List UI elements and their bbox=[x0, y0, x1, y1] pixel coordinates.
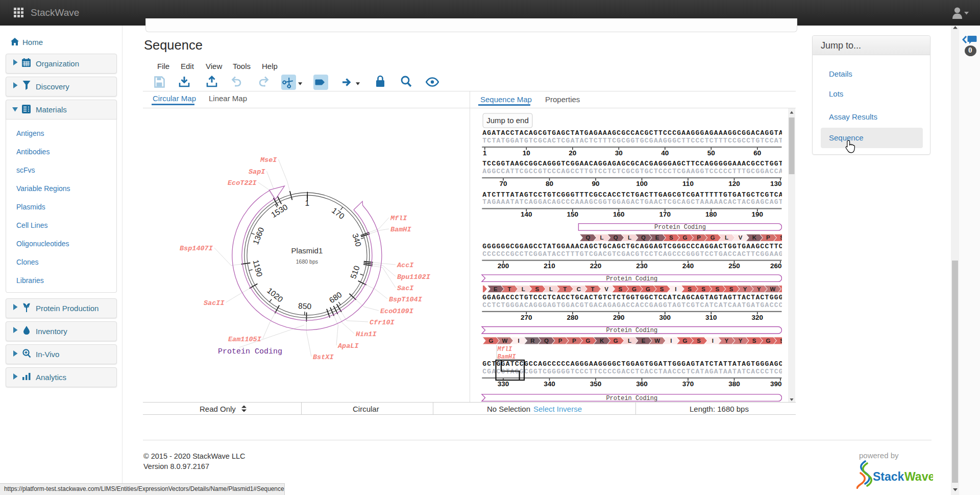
svg-text:L: L bbox=[628, 338, 631, 344]
svg-text:S: S bbox=[752, 338, 756, 344]
svg-text:L: L bbox=[549, 286, 553, 292]
svg-text:300: 300 bbox=[659, 314, 671, 321]
svg-text:Wave: Wave bbox=[904, 470, 933, 483]
svg-text:40: 40 bbox=[661, 149, 669, 157]
svg-text:I: I bbox=[670, 338, 672, 344]
svg-text:Protein Coding: Protein Coding bbox=[606, 395, 657, 402]
svg-text:Cfr10I: Cfr10I bbox=[370, 319, 395, 326]
svg-text:AGGCCATTCGCCGTCCCAGCCTTGTCCTCT: AGGCCATTCGCCGTCCCAGCCTTGTCCTCTCGCGTGCTCC… bbox=[482, 168, 782, 175]
svg-text:W: W bbox=[770, 286, 775, 292]
svg-text:CCTCTGGGACAGGGAGTGGACGTGACAGAG: CCTCTGGGACAGGGAGTGGACGTGACAGAGACCACCGAGG… bbox=[482, 301, 782, 309]
svg-text:200: 200 bbox=[498, 262, 509, 270]
svg-text:Y: Y bbox=[739, 338, 743, 344]
svg-text:S: S bbox=[618, 286, 622, 292]
svg-text:R: R bbox=[530, 338, 535, 344]
svg-text:Protein Coding: Protein Coding bbox=[654, 224, 706, 231]
svg-text:SapI: SapI bbox=[249, 168, 265, 176]
svg-text:L: L bbox=[522, 286, 525, 292]
svg-text:K: K bbox=[600, 338, 604, 344]
svg-text:Protein Coding: Protein Coding bbox=[606, 275, 657, 282]
svg-text:1680 bps: 1680 bps bbox=[296, 258, 318, 265]
svg-text:Jump to end: Jump to end bbox=[486, 116, 529, 125]
svg-text:140: 140 bbox=[521, 210, 532, 218]
svg-text:G: G bbox=[710, 234, 715, 241]
svg-text:EcoO109I: EcoO109I bbox=[380, 308, 414, 315]
svg-text:60: 60 bbox=[753, 149, 761, 157]
svg-text:S: S bbox=[780, 234, 784, 241]
svg-text:G: G bbox=[766, 338, 770, 344]
svg-text:360: 360 bbox=[636, 380, 648, 388]
svg-text:MflI: MflI bbox=[497, 346, 513, 353]
svg-text:TCTATGGATGTCGCACTCGATACTCTTTCG: TCTATGGATGTCGCACTCGATACTCTTTCGCGGTGCGAAG… bbox=[482, 137, 782, 145]
svg-text:290: 290 bbox=[613, 314, 625, 321]
svg-text:G: G bbox=[683, 338, 688, 344]
svg-text:T: T bbox=[591, 286, 594, 292]
svg-text:210: 210 bbox=[544, 262, 555, 270]
svg-text:GGAGACCCTGTCCCTCACCTGCACTGTCTC: GGAGACCCTGTCCCTCACCTGCACTGTCTCTGGTGGCTCC… bbox=[482, 294, 782, 301]
svg-text:K: K bbox=[752, 234, 757, 241]
svg-text:190: 190 bbox=[752, 210, 764, 218]
svg-text:V: V bbox=[739, 234, 743, 241]
svg-text:320: 320 bbox=[752, 314, 764, 321]
svg-text:I: I bbox=[712, 338, 714, 344]
svg-text:260: 260 bbox=[770, 262, 782, 270]
svg-text:G: G bbox=[683, 234, 688, 241]
svg-text:380: 380 bbox=[728, 380, 740, 388]
svg-text:170: 170 bbox=[659, 210, 671, 218]
svg-text:S: S bbox=[688, 286, 692, 292]
svg-text:T: T bbox=[508, 286, 511, 292]
svg-text:T: T bbox=[563, 286, 567, 292]
svg-text:CCCCCCGCCTCGGATACCTTTGTCGACGTC: CCCCCCGCCTCGGATACCTTTGTCGACGTCGACGTCCTCA… bbox=[482, 250, 782, 258]
svg-text:70: 70 bbox=[499, 180, 507, 187]
svg-text:G: G bbox=[646, 286, 650, 292]
svg-text:370: 370 bbox=[682, 380, 694, 388]
svg-text:P: P bbox=[697, 234, 701, 241]
svg-text:30: 30 bbox=[615, 149, 623, 157]
svg-text:Y: Y bbox=[757, 286, 761, 292]
svg-text:S: S bbox=[780, 338, 784, 344]
svg-text:1190: 1190 bbox=[252, 259, 264, 278]
svg-text:100: 100 bbox=[636, 180, 648, 187]
svg-text:G: G bbox=[488, 338, 493, 344]
svg-text:G: G bbox=[632, 286, 636, 292]
svg-text:340: 340 bbox=[351, 232, 363, 248]
svg-text:P: P bbox=[766, 234, 770, 241]
svg-text:Stack: Stack bbox=[873, 470, 904, 483]
svg-text:L: L bbox=[725, 234, 728, 241]
svg-text:TAGAAATATCAGGACAGCCCAAAGCGGTGG: TAGAAATATCAGGACAGCCCAAAGCGGTGGAGACTGAACT… bbox=[482, 198, 782, 206]
svg-text:310: 310 bbox=[705, 314, 717, 321]
svg-text:AGATACCTACAGCGTGAGCTATGAGAAAGC: AGATACCTACAGCGTGAGCTATGAGAAAGCGCCACGCTTC… bbox=[482, 129, 782, 137]
svg-text:390: 390 bbox=[770, 380, 782, 388]
svg-text:S: S bbox=[729, 286, 733, 292]
svg-text:MflI: MflI bbox=[390, 215, 407, 222]
svg-text:I: I bbox=[518, 338, 520, 344]
svg-text:BamHI: BamHI bbox=[390, 226, 411, 233]
svg-text:110: 110 bbox=[682, 180, 694, 187]
svg-text:Bsp1407I: Bsp1407I bbox=[180, 245, 213, 252]
svg-text:ATCTTTATAGTCCTGTCGGGTTTCGCCACC: ATCTTTATAGTCCTGTCGGGTTTCGCCACCTCTGACTTGA… bbox=[482, 191, 782, 199]
svg-text:C: C bbox=[577, 286, 581, 292]
svg-text:E: E bbox=[494, 286, 498, 292]
svg-text:510: 510 bbox=[349, 264, 361, 279]
svg-text:Protein Coding: Protein Coding bbox=[606, 327, 657, 334]
svg-text:50: 50 bbox=[707, 149, 715, 157]
svg-text:Eam1105I: Eam1105I bbox=[228, 336, 262, 343]
svg-text:SacI: SacI bbox=[397, 285, 414, 292]
svg-text:P: P bbox=[558, 338, 562, 344]
svg-text:W: W bbox=[654, 338, 660, 344]
svg-text:1: 1 bbox=[483, 149, 487, 157]
svg-text:150: 150 bbox=[567, 210, 579, 218]
svg-text:1530: 1530 bbox=[270, 202, 289, 219]
svg-text:280: 280 bbox=[567, 314, 579, 321]
svg-text:Hin1I: Hin1I bbox=[356, 331, 377, 338]
svg-text:10: 10 bbox=[523, 149, 530, 157]
svg-text:E: E bbox=[655, 234, 659, 241]
svg-text:Q: Q bbox=[544, 338, 549, 344]
svg-text:850: 850 bbox=[298, 301, 312, 311]
svg-text:L: L bbox=[600, 234, 604, 241]
svg-text:E: E bbox=[642, 338, 646, 344]
svg-text:Protein Coding: Protein Coding bbox=[218, 347, 282, 356]
svg-text:P: P bbox=[572, 338, 576, 344]
svg-text:S: S bbox=[535, 286, 540, 292]
svg-text:20: 20 bbox=[569, 149, 576, 157]
